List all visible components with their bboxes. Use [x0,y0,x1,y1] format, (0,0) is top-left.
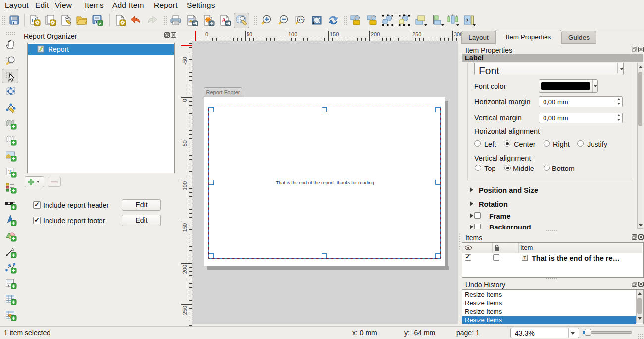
svg-text:1:1: 1:1 [298,18,304,22]
